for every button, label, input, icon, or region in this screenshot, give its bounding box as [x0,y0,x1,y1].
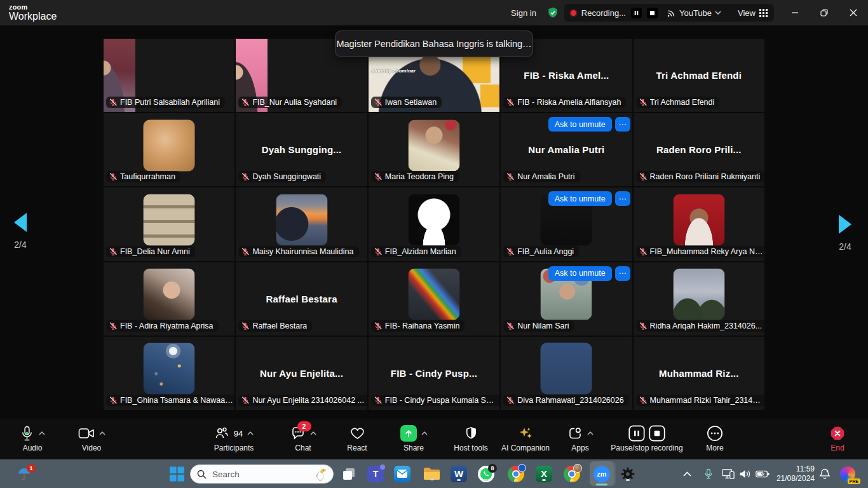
participant-tile[interactable]: Maisy Khairunnisa Maulidina [236,187,367,261]
tray-expand-button[interactable] [683,471,691,477]
mic-muted-icon [639,396,648,405]
next-page-button[interactable]: 2/4 [826,215,864,252]
participant-more-button[interactable]: ⋯ [615,117,630,132]
close-button[interactable] [839,0,868,25]
mic-muted-icon [374,172,383,181]
word-app-icon[interactable]: W [451,466,467,482]
svg-text:z: z [827,468,829,472]
participant-tile[interactable]: FIB_Delia Nur Amni [104,187,234,261]
taskbar-search[interactable] [190,464,334,484]
arrow-left-icon [14,213,27,232]
mail-app-icon[interactable] [394,466,410,482]
share-options-caret[interactable] [421,431,428,435]
tray-cast-icon[interactable] [722,468,735,479]
zoom-app-icon-active[interactable]: zm [590,461,614,486]
file-explorer-icon[interactable] [423,466,440,482]
participant-name-text: FIB_Delia Nur Amni [120,247,190,256]
video-button[interactable]: Video [69,424,114,452]
participant-name-text: FIB_Ghina Tsamara & Nawaal ... [120,396,233,405]
chat-options-caret[interactable] [310,431,316,435]
participant-tile[interactable]: Nur Amalia PutriAsk to unmute⋯Nur Amalia… [501,113,632,186]
participant-tile[interactable]: FIB_Ghina Tsamara & Nawaal ... [104,337,234,410]
sign-in-button[interactable]: Sign in [502,8,545,18]
participant-tile[interactable]: Muhammad Riz...Muhammad Rizki Tahir_2314… [634,337,764,410]
tray-battery-icon[interactable] [756,470,770,478]
participant-tile[interactable]: FIB Putri Salsabilah Apriliani [104,39,234,112]
zoom-active-indicator [596,484,607,485]
taskbar-clock[interactable]: 11:59 21/08/2024 [776,464,815,484]
ask-to-unmute-button[interactable]: Ask to unmute [548,191,612,206]
weather-tray-icon[interactable]: 1 [17,466,32,482]
mic-muted-icon [639,247,648,256]
host-tools-button[interactable]: Host tools [445,424,496,452]
view-button[interactable]: View [738,8,768,18]
participants-options-caret[interactable] [247,431,254,435]
participants-button[interactable]: 94 Participants [203,424,264,452]
copilot-tray-icon[interactable]: PRE [840,466,855,482]
participant-tile[interactable]: Dyah Sungging...Dyah Sunggingwati [236,113,367,186]
ask-to-unmute-button[interactable]: Ask to unmute [548,266,612,281]
tray-microphone-icon[interactable] [703,468,714,480]
audio-options-caret[interactable] [39,431,45,435]
stop-recording-icon-button[interactable] [647,8,658,18]
participant-tile[interactable]: FIB_Muhammad Reky Arya Nu... [634,187,764,261]
ask-to-unmute-button[interactable]: Ask to unmute [548,117,612,132]
participant-more-button[interactable]: ⋯ [615,266,630,281]
participant-tile[interactable]: FIB_Alzidan Marlian [369,187,499,261]
teams-app-icon[interactable]: T [367,466,384,482]
mic-muted-icon [241,98,250,107]
mic-muted-icon [506,396,515,405]
participant-tile[interactable]: FIB- Raihana Yasmin [369,262,499,336]
start-button[interactable] [169,466,185,482]
participant-tile[interactable]: Tri Achmad EfendiTri Achmad Efendi [634,39,764,112]
search-input[interactable] [211,469,309,480]
apps-button[interactable]: Apps [557,424,604,452]
live-stream-dropdown[interactable]: YouTube [667,8,721,18]
participant-tile[interactable]: Taufiqurrahman [104,113,234,186]
whatsapp-app-icon[interactable]: 8 [478,466,494,482]
chrome-profile-app-icon[interactable] [564,466,580,482]
participant-tile[interactable]: FIB - Cindy Pusp...FIB - Cindy Puspa Kum… [369,337,499,410]
tray-volume-icon[interactable] [739,468,751,479]
end-meeting-button[interactable]: End [818,424,857,452]
pause-stop-recording-group: Pause/stop recording [602,424,692,452]
participant-tile[interactable]: FIB - Adira Riyatma Aprisa [104,262,234,336]
participant-tile[interactable]: Raden Roro Prili...Raden Roro Priliani R… [634,113,764,186]
mic-muted-icon [241,322,250,330]
participant-tile[interactable]: Maria Teodora Ping [369,113,499,186]
participant-name-text: Iwan Setiawan [385,98,437,107]
participant-tile[interactable]: Ridha Ariqah Hakim_2314026... [634,262,764,336]
minimize-button[interactable] [780,0,810,25]
notifications-snoozed-icon[interactable]: z [818,468,831,480]
share-button[interactable]: Share [389,424,438,452]
participant-tile[interactable]: Diva Rahmawati_2314026026 [501,337,632,410]
chrome-app-icon[interactable] [508,466,524,482]
previous-page-button[interactable]: 2/4 [1,213,39,250]
participant-tile[interactable]: Raffael BestaraRaffael Bestara [236,262,367,336]
participant-tile[interactable]: Ask to unmute⋯Nur Nilam Sari [501,262,632,336]
participant-name-text: Dyah Sunggingwati [252,172,321,181]
ai-companion-button[interactable]: AI Companion [496,424,555,452]
recording-dot-icon [571,10,576,16]
participant-tile[interactable]: Ask to unmute⋯FIB_Aulia Anggi [501,187,632,261]
participant-name-text: FIB_Nur Aulia Syahdani [252,98,337,107]
react-button[interactable]: React [334,424,380,452]
pause-recording-icon-button[interactable] [631,8,642,18]
audio-button[interactable]: Audio [9,424,56,452]
participant-tile[interactable]: Nur Ayu Enjelita...Nur Ayu Enjelita 2314… [236,337,367,410]
participant-more-button[interactable]: ⋯ [615,191,630,206]
excel-app-icon[interactable]: X [536,466,552,482]
unmute-controls: Ask to unmute⋯ [548,117,630,132]
stop-recording-button[interactable] [649,425,665,442]
pause-recording-button[interactable] [628,425,645,442]
participant-name-label: FIB_Muhammad Reky Arya Nu... [636,246,764,257]
video-options-caret[interactable] [99,431,105,435]
settings-app-icon[interactable] [620,466,636,482]
mic-muted-icon [374,247,383,256]
participants-count: 94 [234,429,243,438]
task-view-button[interactable] [341,466,356,482]
chat-button[interactable]: 2 Chat [280,424,327,452]
apps-options-caret[interactable] [587,431,593,435]
maximize-button[interactable] [810,0,839,25]
more-button[interactable]: More [696,424,733,452]
